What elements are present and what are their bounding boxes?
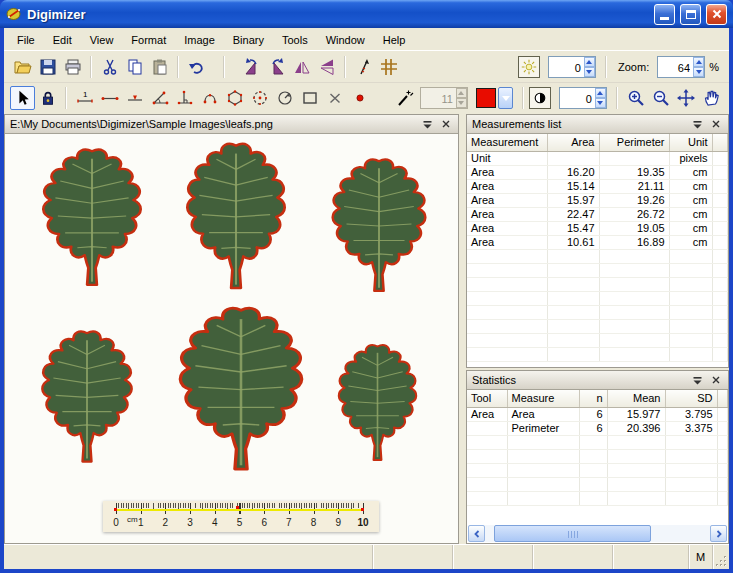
image-panel-titlebar[interactable]: E:\My Documents\Digimizer\Sample Images\… [5, 115, 458, 134]
print-button[interactable] [60, 55, 85, 79]
rectangle-tool-button[interactable] [297, 86, 322, 110]
measurements-titlebar[interactable]: Measurements list [467, 115, 728, 134]
magic-wand-button[interactable] [393, 86, 416, 110]
table-row[interactable]: Area15.4719.05cm [467, 221, 728, 235]
measure-line-button[interactable] [351, 55, 376, 79]
table-row[interactable]: Area16.2019.35cm [467, 165, 728, 179]
calibration-endpoint[interactable] [361, 508, 364, 511]
brightness-down-button[interactable] [584, 67, 595, 77]
zoom-input[interactable] [658, 57, 693, 77]
fit-move-button[interactable] [673, 86, 698, 110]
polygon-tool-button[interactable] [222, 86, 247, 110]
resize-grip[interactable] [713, 545, 729, 569]
column-header[interactable]: n [579, 390, 607, 407]
flip-horizontal-button[interactable] [289, 55, 314, 79]
angle-tool-button[interactable] [147, 86, 172, 110]
paste-button[interactable] [147, 55, 172, 79]
image-canvas[interactable]: 0 cm 1 2 3 4 5 6 7 8 9 10 [5, 134, 458, 543]
zoom-out-button[interactable] [648, 86, 673, 110]
pan-button[interactable] [698, 86, 723, 110]
lock-tool-button[interactable] [35, 86, 60, 110]
perpendicular-tool-button[interactable] [172, 86, 197, 110]
panel-menu-button[interactable] [690, 373, 705, 387]
titlebar[interactable]: Digimizer [0, 0, 733, 28]
ellipse-tool-button[interactable] [247, 86, 272, 110]
table-row[interactable]: Area22.4726.72cm [467, 207, 728, 221]
line-tool-button[interactable] [97, 86, 122, 110]
scrollbar-thumb[interactable] [494, 525, 651, 542]
panel-menu-button[interactable] [690, 117, 705, 131]
scroll-right-button[interactable] [710, 525, 727, 542]
column-header[interactable]: Tool [467, 390, 507, 407]
tolerance-input[interactable] [421, 88, 456, 108]
brightness-input[interactable] [549, 57, 584, 77]
calibration-line[interactable] [116, 509, 363, 511]
tolerance-up-button[interactable] [456, 88, 467, 98]
color-dropdown-button[interactable] [498, 87, 513, 109]
panel-close-button[interactable] [708, 373, 723, 387]
calibration-endpoint[interactable] [114, 508, 117, 511]
calibration-midpoint[interactable] [236, 506, 239, 509]
minimize-button[interactable] [654, 4, 675, 25]
column-header[interactable]: Mean [607, 390, 665, 407]
menu-image[interactable]: Image [175, 30, 224, 49]
horizontal-scrollbar[interactable] [468, 525, 727, 542]
tolerance-down-button[interactable] [456, 98, 467, 108]
menu-binary[interactable]: Binary [224, 30, 273, 49]
copy-button[interactable] [122, 55, 147, 79]
contrast-button[interactable] [529, 87, 551, 109]
menu-help[interactable]: Help [374, 30, 415, 49]
contrast-down-button[interactable] [595, 98, 606, 108]
undo-button[interactable] [184, 55, 209, 79]
table-row[interactable]: Area15.1421.11cm [467, 179, 728, 193]
table-row[interactable]: Perimeter620.3963.375 [467, 421, 728, 435]
statistics-titlebar[interactable]: Statistics [467, 371, 728, 390]
column-header[interactable]: Measure [507, 390, 579, 407]
crop-marks-button[interactable] [376, 55, 401, 79]
menu-edit[interactable]: Edit [44, 30, 81, 49]
column-header[interactable]: Perimeter [599, 134, 669, 151]
maximize-button[interactable] [680, 4, 701, 25]
brightness-up-button[interactable] [584, 57, 595, 67]
rotate-left-button[interactable] [239, 55, 264, 79]
menu-tools[interactable]: Tools [273, 30, 317, 49]
brightness-button[interactable] [518, 56, 540, 78]
panel-close-button[interactable] [438, 117, 453, 131]
select-tool-button[interactable] [10, 86, 35, 110]
column-header[interactable]: Measurement [467, 134, 547, 151]
color-swatch[interactable] [476, 88, 496, 108]
zoom-up-button[interactable] [693, 57, 704, 67]
arc-tool-button[interactable] [272, 86, 297, 110]
menu-file[interactable]: File [8, 30, 44, 49]
contrast-input[interactable] [560, 88, 595, 108]
flip-vertical-button[interactable] [314, 55, 339, 79]
table-row[interactable]: Area15.9719.26cm [467, 193, 728, 207]
cut-button[interactable] [97, 55, 122, 79]
menu-view[interactable]: View [81, 30, 123, 49]
zoom-down-button[interactable] [693, 67, 704, 77]
scroll-left-button[interactable] [468, 525, 485, 542]
save-button[interactable] [35, 55, 60, 79]
menu-window[interactable]: Window [317, 30, 374, 49]
column-header[interactable]: Unit [669, 134, 712, 151]
zoom-in-button[interactable] [623, 86, 648, 110]
point-tool-button[interactable] [347, 86, 372, 110]
marker-tool-button[interactable] [122, 86, 147, 110]
panel-splitter[interactable] [459, 114, 466, 544]
delete-marker-button[interactable] [322, 86, 347, 110]
contrast-up-button[interactable] [595, 88, 606, 98]
calibrate-tool-button[interactable]: 1 [72, 86, 97, 110]
open-button[interactable] [10, 55, 35, 79]
menu-format[interactable]: Format [122, 30, 175, 49]
scrollbar-track[interactable] [651, 525, 710, 542]
panel-close-button[interactable] [708, 117, 723, 131]
close-button[interactable] [706, 4, 727, 25]
table-row[interactable]: AreaArea615.9773.795 [467, 407, 728, 421]
column-header[interactable]: SD [665, 390, 717, 407]
table-row[interactable]: Unitpixels [467, 151, 728, 165]
rotate-right-button[interactable] [264, 55, 289, 79]
panel-menu-button[interactable] [420, 117, 435, 131]
table-row[interactable]: Area10.6116.89cm [467, 235, 728, 249]
path-tool-button[interactable] [197, 86, 222, 110]
column-header[interactable]: Area [547, 134, 599, 151]
